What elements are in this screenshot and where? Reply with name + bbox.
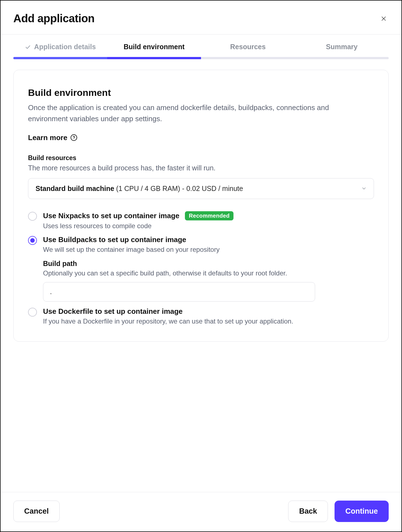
option-dockerfile: Use Dockerfile to set up container image… bbox=[28, 307, 374, 325]
option-title: Use Dockerfile to set up container image bbox=[43, 307, 183, 316]
wizard-steps: Application details Build environment Re… bbox=[1, 34, 401, 57]
select-value-bold: Standard build machine bbox=[36, 185, 114, 192]
step-summary[interactable]: Summary bbox=[295, 43, 389, 57]
footer-right-group: Back Continue bbox=[288, 501, 389, 522]
option-title: Use Nixpacks to set up container image bbox=[43, 212, 179, 220]
close-button[interactable] bbox=[379, 14, 389, 24]
option-description: We will set up the container image based… bbox=[43, 246, 374, 253]
help-icon bbox=[70, 134, 77, 141]
progress-active-segment bbox=[107, 57, 201, 59]
close-icon bbox=[381, 16, 387, 22]
section-description: Once the application is created you can … bbox=[28, 102, 361, 125]
option-title-row: Use Nixpacks to set up container image R… bbox=[43, 211, 374, 220]
option-body: Use Buildpacks to set up container image… bbox=[43, 235, 374, 302]
build-path-title: Build path bbox=[43, 260, 374, 268]
step-label: Application details bbox=[34, 43, 96, 51]
build-path-input[interactable] bbox=[43, 282, 315, 302]
continue-button[interactable]: Continue bbox=[335, 501, 389, 522]
step-resources[interactable]: Resources bbox=[201, 43, 295, 57]
dialog-footer: Cancel Back Continue bbox=[1, 492, 401, 531]
build-resources-heading: Build resources bbox=[28, 154, 374, 162]
step-label: Summary bbox=[326, 43, 358, 51]
radio-nixpacks[interactable] bbox=[28, 212, 37, 221]
build-path-description: Optionally you can set a specific build … bbox=[43, 269, 374, 277]
select-value-rest: (1 CPU / 4 GB RAM) - 0.02 USD / minute bbox=[114, 185, 243, 192]
build-environment-card: Build environment Once the application i… bbox=[13, 70, 389, 342]
option-title-row: Use Buildpacks to set up container image bbox=[43, 235, 374, 244]
build-machine-select-wrap: Standard build machine (1 CPU / 4 GB RAM… bbox=[28, 178, 374, 199]
section-title: Build environment bbox=[28, 87, 374, 98]
radio-dockerfile[interactable] bbox=[28, 308, 37, 317]
option-body: Use Dockerfile to set up container image… bbox=[43, 307, 374, 325]
option-description: If you have a Dockerfile in your reposit… bbox=[43, 317, 374, 325]
back-button[interactable]: Back bbox=[288, 501, 328, 522]
option-title: Use Buildpacks to set up container image bbox=[43, 235, 186, 244]
recommended-badge: Recommended bbox=[185, 211, 233, 220]
cancel-button[interactable]: Cancel bbox=[13, 501, 60, 522]
learn-more-link[interactable]: Learn more bbox=[28, 133, 77, 142]
radio-buildpacks[interactable] bbox=[28, 236, 37, 245]
check-icon bbox=[25, 44, 31, 50]
svg-point-3 bbox=[74, 139, 74, 139]
card-container: Build environment Once the application i… bbox=[1, 59, 401, 492]
build-resources-description: The more resources a build process has, … bbox=[28, 164, 374, 172]
container-image-radio-group: Use Nixpacks to set up container image R… bbox=[28, 211, 374, 325]
build-path-section: Build path Optionally you can set a spec… bbox=[43, 260, 374, 302]
progress-track bbox=[13, 57, 389, 59]
option-buildpacks: Use Buildpacks to set up container image… bbox=[28, 235, 374, 302]
step-label: Build environment bbox=[124, 43, 184, 51]
option-title-row: Use Dockerfile to set up container image bbox=[43, 307, 374, 316]
svg-point-2 bbox=[71, 135, 77, 141]
step-label: Resources bbox=[230, 43, 266, 51]
option-description: Uses less resources to compile code bbox=[43, 222, 374, 230]
option-nixpacks: Use Nixpacks to set up container image R… bbox=[28, 211, 374, 230]
dialog-header: Add application bbox=[1, 1, 401, 34]
dialog-title: Add application bbox=[13, 12, 95, 25]
build-machine-select[interactable]: Standard build machine (1 CPU / 4 GB RAM… bbox=[28, 178, 374, 199]
progress-completed-segment bbox=[13, 57, 107, 59]
option-body: Use Nixpacks to set up container image R… bbox=[43, 211, 374, 230]
step-build-environment[interactable]: Build environment bbox=[107, 43, 201, 57]
step-application-details[interactable]: Application details bbox=[13, 43, 107, 57]
learn-more-label: Learn more bbox=[28, 133, 67, 142]
